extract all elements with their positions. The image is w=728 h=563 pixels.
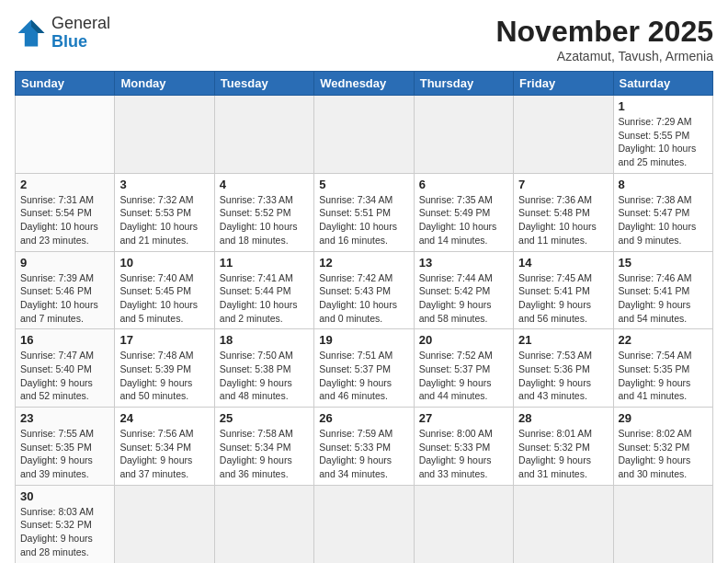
calendar-cell: 3Sunrise: 7:32 AM Sunset: 5:53 PM Daylig… bbox=[115, 173, 214, 251]
calendar-cell: 18Sunrise: 7:50 AM Sunset: 5:38 PM Dayli… bbox=[214, 329, 313, 408]
week-row-5: 23Sunrise: 7:55 AM Sunset: 5:35 PM Dayli… bbox=[16, 408, 713, 486]
calendar-cell: 20Sunrise: 7:52 AM Sunset: 5:37 PM Dayli… bbox=[414, 329, 513, 408]
calendar-cell: 17Sunrise: 7:48 AM Sunset: 5:39 PM Dayli… bbox=[115, 329, 214, 408]
calendar-cell: 1Sunrise: 7:29 AM Sunset: 5:55 PM Daylig… bbox=[613, 96, 712, 174]
day-info: Sunrise: 7:46 AM Sunset: 5:41 PM Dayligh… bbox=[619, 271, 708, 326]
day-info: Sunrise: 7:38 AM Sunset: 5:47 PM Dayligh… bbox=[619, 193, 708, 247]
day-info: Sunrise: 7:53 AM Sunset: 5:36 PM Dayligh… bbox=[518, 349, 608, 403]
calendar-header-row: SundayMondayTuesdayWednesdayThursdayFrid… bbox=[16, 72, 713, 96]
day-number: 11 bbox=[220, 256, 309, 270]
header: General Blue November 2025 Azatamut, Tav… bbox=[15, 15, 713, 63]
title-area: November 2025 Azatamut, Tavush, Armenia bbox=[495, 15, 713, 63]
day-number: 10 bbox=[119, 256, 209, 270]
day-number: 30 bbox=[20, 489, 109, 503]
calendar-body: 1Sunrise: 7:29 AM Sunset: 5:55 PM Daylig… bbox=[16, 96, 713, 564]
calendar-cell: 6Sunrise: 7:35 AM Sunset: 5:49 PM Daylig… bbox=[414, 173, 513, 251]
day-info: Sunrise: 7:44 AM Sunset: 5:42 PM Dayligh… bbox=[419, 271, 508, 326]
day-info: Sunrise: 7:39 AM Sunset: 5:46 PM Dayligh… bbox=[20, 271, 109, 326]
day-number: 19 bbox=[319, 333, 408, 347]
day-info: Sunrise: 7:51 AM Sunset: 5:37 PM Dayligh… bbox=[319, 349, 408, 403]
week-row-2: 2Sunrise: 7:31 AM Sunset: 5:54 PM Daylig… bbox=[16, 173, 713, 251]
day-number: 27 bbox=[419, 411, 508, 425]
calendar-cell: 12Sunrise: 7:42 AM Sunset: 5:43 PM Dayli… bbox=[314, 251, 414, 329]
calendar-header-saturday: Saturday bbox=[613, 72, 712, 96]
logo-text: General Blue bbox=[51, 15, 110, 52]
day-info: Sunrise: 7:42 AM Sunset: 5:43 PM Dayligh… bbox=[319, 271, 408, 326]
day-info: Sunrise: 7:58 AM Sunset: 5:34 PM Dayligh… bbox=[220, 427, 309, 481]
day-info: Sunrise: 7:48 AM Sunset: 5:39 PM Dayligh… bbox=[119, 349, 209, 403]
location-subtitle: Azatamut, Tavush, Armenia bbox=[495, 49, 713, 63]
logo-icon bbox=[15, 17, 48, 50]
day-number: 22 bbox=[619, 333, 708, 347]
day-info: Sunrise: 7:50 AM Sunset: 5:38 PM Dayligh… bbox=[220, 349, 309, 403]
day-info: Sunrise: 7:35 AM Sunset: 5:49 PM Dayligh… bbox=[419, 193, 508, 247]
calendar-cell: 5Sunrise: 7:34 AM Sunset: 5:51 PM Daylig… bbox=[314, 173, 414, 251]
calendar-cell bbox=[16, 96, 115, 174]
logo-general: General bbox=[51, 14, 110, 32]
day-number: 23 bbox=[20, 411, 109, 425]
day-number: 17 bbox=[119, 333, 209, 347]
calendar-cell: 21Sunrise: 7:53 AM Sunset: 5:36 PM Dayli… bbox=[514, 329, 613, 408]
week-row-4: 16Sunrise: 7:47 AM Sunset: 5:40 PM Dayli… bbox=[16, 329, 713, 408]
day-number: 24 bbox=[119, 411, 209, 425]
day-info: Sunrise: 7:45 AM Sunset: 5:41 PM Dayligh… bbox=[518, 271, 608, 326]
calendar-header-monday: Monday bbox=[115, 72, 214, 96]
day-number: 6 bbox=[419, 178, 508, 191]
calendar-cell: 30Sunrise: 8:03 AM Sunset: 5:32 PM Dayli… bbox=[16, 485, 115, 563]
day-info: Sunrise: 7:56 AM Sunset: 5:34 PM Dayligh… bbox=[119, 427, 209, 481]
calendar-cell bbox=[414, 96, 513, 174]
calendar-cell: 23Sunrise: 7:55 AM Sunset: 5:35 PM Dayli… bbox=[16, 408, 115, 486]
calendar-header-sunday: Sunday bbox=[16, 72, 115, 96]
logo-blue: Blue bbox=[51, 32, 87, 51]
calendar-cell bbox=[613, 485, 712, 563]
calendar-header-friday: Friday bbox=[514, 72, 613, 96]
calendar-cell: 11Sunrise: 7:41 AM Sunset: 5:44 PM Dayli… bbox=[214, 251, 313, 329]
calendar-cell: 25Sunrise: 7:58 AM Sunset: 5:34 PM Dayli… bbox=[214, 408, 313, 486]
day-info: Sunrise: 7:33 AM Sunset: 5:52 PM Dayligh… bbox=[220, 193, 309, 247]
day-number: 21 bbox=[518, 333, 608, 347]
calendar-cell: 4Sunrise: 7:33 AM Sunset: 5:52 PM Daylig… bbox=[214, 173, 313, 251]
week-row-3: 9Sunrise: 7:39 AM Sunset: 5:46 PM Daylig… bbox=[16, 251, 713, 329]
day-info: Sunrise: 7:47 AM Sunset: 5:40 PM Dayligh… bbox=[20, 349, 109, 403]
day-number: 9 bbox=[20, 256, 109, 270]
day-info: Sunrise: 7:36 AM Sunset: 5:48 PM Dayligh… bbox=[518, 193, 608, 247]
calendar-cell: 9Sunrise: 7:39 AM Sunset: 5:46 PM Daylig… bbox=[16, 251, 115, 329]
calendar: SundayMondayTuesdayWednesdayThursdayFrid… bbox=[15, 71, 713, 563]
calendar-header-tuesday: Tuesday bbox=[214, 72, 313, 96]
calendar-cell: 8Sunrise: 7:38 AM Sunset: 5:47 PM Daylig… bbox=[613, 173, 712, 251]
day-number: 29 bbox=[619, 411, 708, 425]
day-info: Sunrise: 8:03 AM Sunset: 5:32 PM Dayligh… bbox=[20, 505, 109, 559]
calendar-cell: 2Sunrise: 7:31 AM Sunset: 5:54 PM Daylig… bbox=[16, 173, 115, 251]
calendar-cell: 19Sunrise: 7:51 AM Sunset: 5:37 PM Dayli… bbox=[314, 329, 414, 408]
calendar-cell: 15Sunrise: 7:46 AM Sunset: 5:41 PM Dayli… bbox=[613, 251, 712, 329]
day-number: 20 bbox=[419, 333, 508, 347]
day-info: Sunrise: 7:41 AM Sunset: 5:44 PM Dayligh… bbox=[220, 271, 309, 326]
day-info: Sunrise: 8:00 AM Sunset: 5:33 PM Dayligh… bbox=[419, 427, 508, 481]
calendar-cell: 22Sunrise: 7:54 AM Sunset: 5:35 PM Dayli… bbox=[613, 329, 712, 408]
day-number: 28 bbox=[518, 411, 608, 425]
calendar-cell bbox=[214, 485, 313, 563]
day-info: Sunrise: 7:29 AM Sunset: 5:55 PM Dayligh… bbox=[619, 115, 708, 169]
day-info: Sunrise: 7:59 AM Sunset: 5:33 PM Dayligh… bbox=[319, 427, 408, 481]
day-number: 1 bbox=[619, 99, 708, 113]
calendar-cell bbox=[314, 485, 414, 563]
calendar-cell: 28Sunrise: 8:01 AM Sunset: 5:32 PM Dayli… bbox=[514, 408, 613, 486]
day-number: 25 bbox=[220, 411, 309, 425]
calendar-cell bbox=[314, 96, 414, 174]
logo: General Blue bbox=[15, 15, 110, 52]
day-number: 7 bbox=[518, 178, 608, 191]
day-number: 3 bbox=[119, 178, 209, 191]
day-info: Sunrise: 7:32 AM Sunset: 5:53 PM Dayligh… bbox=[119, 193, 209, 247]
calendar-cell: 14Sunrise: 7:45 AM Sunset: 5:41 PM Dayli… bbox=[514, 251, 613, 329]
calendar-cell bbox=[115, 485, 214, 563]
calendar-cell bbox=[214, 96, 313, 174]
day-info: Sunrise: 7:31 AM Sunset: 5:54 PM Dayligh… bbox=[20, 193, 109, 247]
day-info: Sunrise: 7:34 AM Sunset: 5:51 PM Dayligh… bbox=[319, 193, 408, 247]
day-number: 4 bbox=[220, 178, 309, 191]
day-info: Sunrise: 8:02 AM Sunset: 5:32 PM Dayligh… bbox=[619, 427, 708, 481]
day-number: 12 bbox=[319, 256, 408, 270]
day-info: Sunrise: 7:40 AM Sunset: 5:45 PM Dayligh… bbox=[119, 271, 209, 326]
day-info: Sunrise: 7:52 AM Sunset: 5:37 PM Dayligh… bbox=[419, 349, 508, 403]
calendar-header-wednesday: Wednesday bbox=[314, 72, 414, 96]
calendar-header-thursday: Thursday bbox=[414, 72, 513, 96]
